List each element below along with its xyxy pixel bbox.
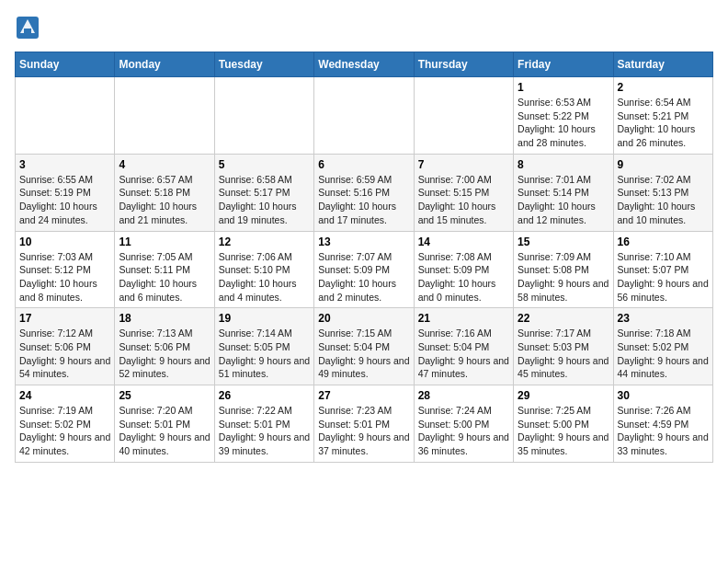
header-day-saturday: Saturday (613, 52, 712, 77)
logo (15, 15, 44, 40)
day-number: 9 (618, 158, 709, 171)
calendar-cell: 5Sunrise: 6:58 AM Sunset: 5:17 PM Daylig… (214, 154, 313, 231)
week-row-4: 17Sunrise: 7:12 AM Sunset: 5:06 PM Dayli… (16, 308, 713, 385)
day-number: 18 (119, 312, 210, 325)
day-number: 6 (318, 158, 409, 171)
calendar-cell: 20Sunrise: 7:15 AM Sunset: 5:04 PM Dayli… (314, 308, 414, 385)
day-number: 15 (518, 236, 609, 248)
day-number: 2 (618, 81, 709, 94)
day-info: Sunrise: 7:13 AM Sunset: 5:06 PM Dayligh… (119, 327, 210, 379)
calendar-cell: 8Sunrise: 7:01 AM Sunset: 5:14 PM Daylig… (514, 154, 613, 231)
day-number: 4 (119, 158, 210, 171)
calendar-cell: 12Sunrise: 7:06 AM Sunset: 5:10 PM Dayli… (214, 231, 313, 308)
day-number: 5 (219, 158, 310, 171)
calendar-cell: 7Sunrise: 7:00 AM Sunset: 5:15 PM Daylig… (414, 154, 513, 231)
day-number: 7 (418, 158, 509, 171)
calendar-cell: 1Sunrise: 6:53 AM Sunset: 5:22 PM Daylig… (514, 77, 613, 155)
day-number: 10 (19, 236, 110, 248)
day-number: 17 (19, 312, 110, 325)
day-info: Sunrise: 7:20 AM Sunset: 5:01 PM Dayligh… (119, 405, 210, 456)
day-info: Sunrise: 7:18 AM Sunset: 5:02 PM Dayligh… (618, 327, 709, 379)
day-number: 27 (318, 389, 409, 402)
day-info: Sunrise: 7:12 AM Sunset: 5:06 PM Dayligh… (19, 327, 110, 379)
page-header (15, 15, 713, 40)
calendar-cell: 4Sunrise: 6:57 AM Sunset: 5:18 PM Daylig… (115, 154, 214, 231)
calendar-cell: 15Sunrise: 7:09 AM Sunset: 5:08 PM Dayli… (514, 231, 613, 308)
calendar-cell: 16Sunrise: 7:10 AM Sunset: 5:07 PM Dayli… (613, 231, 712, 308)
calendar-table: SundayMondayTuesdayWednesdayThursdayFrid… (15, 52, 713, 463)
day-number: 20 (318, 312, 409, 325)
day-info: Sunrise: 7:25 AM Sunset: 5:00 PM Dayligh… (518, 405, 609, 456)
day-info: Sunrise: 6:53 AM Sunset: 5:22 PM Dayligh… (518, 97, 596, 148)
calendar-cell (414, 77, 513, 155)
day-number: 8 (518, 158, 609, 171)
day-info: Sunrise: 6:55 AM Sunset: 5:19 PM Dayligh… (19, 174, 97, 225)
day-info: Sunrise: 7:08 AM Sunset: 5:09 PM Dayligh… (418, 251, 496, 303)
day-info: Sunrise: 7:24 AM Sunset: 5:00 PM Dayligh… (418, 405, 509, 456)
header-day-monday: Monday (115, 52, 214, 77)
day-number: 1 (518, 81, 609, 94)
day-number: 23 (618, 312, 709, 325)
calendar-cell: 11Sunrise: 7:05 AM Sunset: 5:11 PM Dayli… (115, 231, 214, 308)
day-info: Sunrise: 7:22 AM Sunset: 5:01 PM Dayligh… (219, 405, 310, 456)
day-info: Sunrise: 7:02 AM Sunset: 5:13 PM Dayligh… (618, 174, 696, 225)
calendar-cell: 2Sunrise: 6:54 AM Sunset: 5:21 PM Daylig… (613, 77, 712, 155)
calendar-body: 1Sunrise: 6:53 AM Sunset: 5:22 PM Daylig… (16, 77, 713, 463)
calendar-header: SundayMondayTuesdayWednesdayThursdayFrid… (16, 52, 713, 77)
day-number: 21 (418, 312, 509, 325)
day-number: 28 (418, 389, 509, 402)
week-row-2: 3Sunrise: 6:55 AM Sunset: 5:19 PM Daylig… (16, 154, 713, 231)
calendar-cell: 23Sunrise: 7:18 AM Sunset: 5:02 PM Dayli… (613, 308, 712, 385)
day-info: Sunrise: 7:14 AM Sunset: 5:05 PM Dayligh… (219, 327, 310, 379)
calendar-cell: 28Sunrise: 7:24 AM Sunset: 5:00 PM Dayli… (414, 385, 513, 463)
calendar-cell: 3Sunrise: 6:55 AM Sunset: 5:19 PM Daylig… (16, 154, 115, 231)
day-info: Sunrise: 7:01 AM Sunset: 5:14 PM Dayligh… (518, 174, 596, 225)
day-info: Sunrise: 6:54 AM Sunset: 5:21 PM Dayligh… (618, 97, 696, 148)
day-info: Sunrise: 7:00 AM Sunset: 5:15 PM Dayligh… (418, 174, 496, 225)
calendar-cell: 13Sunrise: 7:07 AM Sunset: 5:09 PM Dayli… (314, 231, 414, 308)
day-number: 13 (318, 236, 409, 248)
day-info: Sunrise: 7:15 AM Sunset: 5:04 PM Dayligh… (318, 327, 409, 379)
day-info: Sunrise: 7:05 AM Sunset: 5:11 PM Dayligh… (119, 251, 197, 303)
day-number: 24 (19, 389, 110, 402)
day-info: Sunrise: 7:19 AM Sunset: 5:02 PM Dayligh… (19, 405, 110, 456)
day-number: 22 (518, 312, 609, 325)
calendar-cell: 17Sunrise: 7:12 AM Sunset: 5:06 PM Dayli… (16, 308, 115, 385)
week-row-5: 24Sunrise: 7:19 AM Sunset: 5:02 PM Dayli… (16, 385, 713, 463)
logo-icon (15, 15, 40, 40)
calendar-cell (214, 77, 313, 155)
calendar-cell: 22Sunrise: 7:17 AM Sunset: 5:03 PM Dayli… (514, 308, 613, 385)
day-number: 29 (518, 389, 609, 402)
header-day-friday: Friday (514, 52, 613, 77)
day-info: Sunrise: 7:10 AM Sunset: 5:07 PM Dayligh… (618, 251, 709, 303)
day-number: 16 (618, 236, 709, 248)
day-info: Sunrise: 7:06 AM Sunset: 5:10 PM Dayligh… (219, 251, 297, 303)
day-number: 30 (618, 389, 709, 402)
day-number: 12 (219, 236, 310, 248)
calendar-cell: 19Sunrise: 7:14 AM Sunset: 5:05 PM Dayli… (214, 308, 313, 385)
calendar-cell (115, 77, 214, 155)
day-number: 19 (219, 312, 310, 325)
day-info: Sunrise: 7:09 AM Sunset: 5:08 PM Dayligh… (518, 251, 609, 303)
calendar-cell: 24Sunrise: 7:19 AM Sunset: 5:02 PM Dayli… (16, 385, 115, 463)
calendar-cell: 18Sunrise: 7:13 AM Sunset: 5:06 PM Dayli… (115, 308, 214, 385)
day-info: Sunrise: 6:59 AM Sunset: 5:16 PM Dayligh… (318, 174, 396, 225)
day-info: Sunrise: 7:17 AM Sunset: 5:03 PM Dayligh… (518, 327, 609, 379)
header-day-tuesday: Tuesday (214, 52, 313, 77)
day-info: Sunrise: 7:16 AM Sunset: 5:04 PM Dayligh… (418, 327, 509, 379)
calendar-cell: 25Sunrise: 7:20 AM Sunset: 5:01 PM Dayli… (115, 385, 214, 463)
header-day-sunday: Sunday (16, 52, 115, 77)
day-info: Sunrise: 6:57 AM Sunset: 5:18 PM Dayligh… (119, 174, 197, 225)
calendar-cell: 26Sunrise: 7:22 AM Sunset: 5:01 PM Dayli… (214, 385, 313, 463)
header-row: SundayMondayTuesdayWednesdayThursdayFrid… (16, 52, 713, 77)
week-row-1: 1Sunrise: 6:53 AM Sunset: 5:22 PM Daylig… (16, 77, 713, 155)
day-number: 25 (119, 389, 210, 402)
svg-rect-2 (24, 29, 31, 33)
calendar-cell: 6Sunrise: 6:59 AM Sunset: 5:16 PM Daylig… (314, 154, 414, 231)
week-row-3: 10Sunrise: 7:03 AM Sunset: 5:12 PM Dayli… (16, 231, 713, 308)
calendar-cell (16, 77, 115, 155)
day-number: 11 (119, 236, 210, 248)
day-number: 3 (19, 158, 110, 171)
day-info: Sunrise: 6:58 AM Sunset: 5:17 PM Dayligh… (219, 174, 297, 225)
day-info: Sunrise: 7:07 AM Sunset: 5:09 PM Dayligh… (318, 251, 396, 303)
